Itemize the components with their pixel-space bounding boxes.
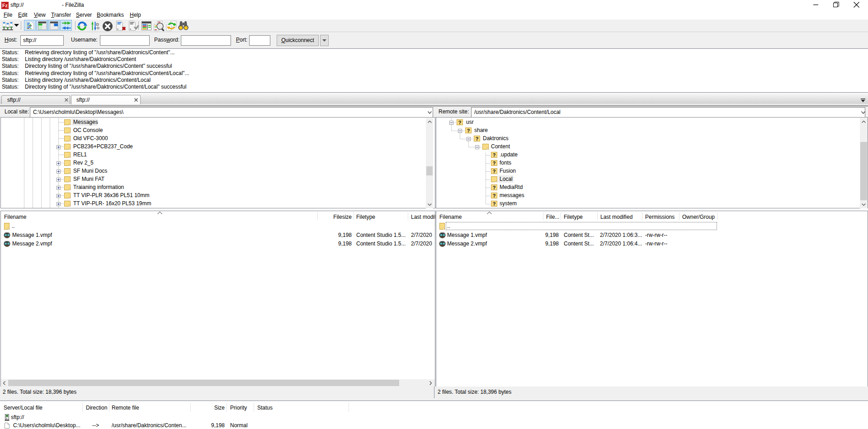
svg-text:?: ? <box>493 152 496 158</box>
svg-text:Fz: Fz <box>2 3 8 8</box>
svg-text:?: ? <box>493 201 496 207</box>
svg-text:?: ? <box>493 193 496 198</box>
svg-text:?: ? <box>476 136 479 141</box>
svg-text:?: ? <box>493 160 496 166</box>
svg-text:?: ? <box>458 120 462 125</box>
svg-text:?: ? <box>493 169 496 174</box>
svg-text:?: ? <box>467 128 470 133</box>
svg-text:?: ? <box>493 185 496 190</box>
